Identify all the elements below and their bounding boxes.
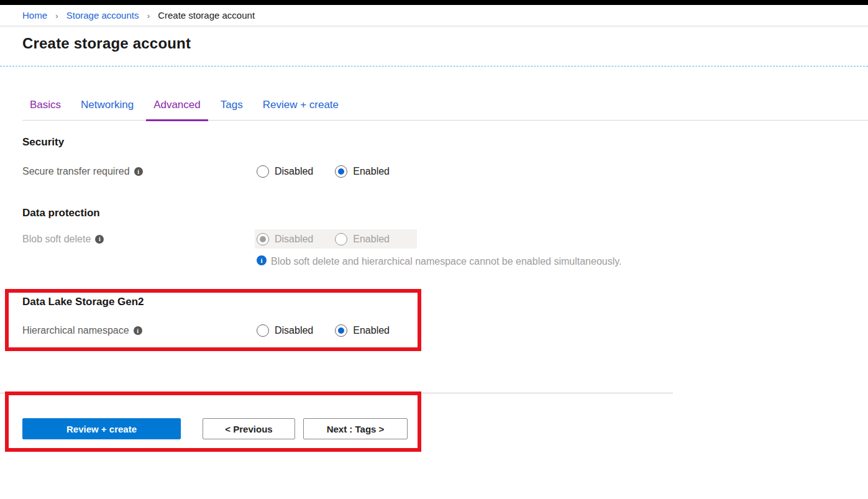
breadcrumb-separator: › [55,11,58,21]
hierarchical-namespace-radio-group: Disabled Enabled [257,321,390,340]
annotation-box-footer-buttons: Review + create < Previous Next : Tags > [5,391,421,452]
radio-circle [257,233,269,245]
field-label-text: Blob soft delete [22,234,91,245]
hierarchical-namespace-radio-disabled[interactable]: Disabled [257,324,313,337]
top-black-bar [0,0,868,5]
radio-circle [335,165,347,178]
hierarchical-namespace-radio-enabled[interactable]: Enabled [335,324,390,337]
footer-buttons: Review + create < Previous Next : Tags > [22,418,418,439]
secure-transfer-required-row: Secure transfer required Disabled Enable… [22,162,868,181]
hierarchical-namespace-row: Hierarchical namespace Disabled Enabled [22,321,418,340]
breadcrumb-link-storage-accounts[interactable]: Storage accounts [66,10,139,21]
secure-transfer-required-label: Secure transfer required [22,166,257,177]
tab-advanced[interactable]: Advanced [146,99,208,121]
radio-circle [335,233,347,245]
next-tags-button[interactable]: Next : Tags > [303,418,408,439]
field-label-text: Hierarchical namespace [22,325,129,336]
radio-label: Disabled [275,166,313,177]
azure-create-storage-account-page: Home › Storage accounts › Create storage… [0,0,868,499]
radio-label: Disabled [275,234,313,245]
blob-soft-delete-radio-enabled: Enabled [335,233,390,245]
secure-transfer-radio-enabled[interactable]: Enabled [335,165,390,178]
radio-circle [257,324,269,337]
blob-soft-delete-row: Blob soft delete Disabled Enabled [22,229,868,249]
data-lake-section-heading: Data Lake Storage Gen2 [22,295,418,309]
annotation-box-data-lake: Data Lake Storage Gen2 Hierarchical name… [5,289,421,351]
page-header: Create storage account [0,26,868,66]
radio-label: Enabled [353,166,390,177]
field-label-text: Secure transfer required [22,166,130,177]
review-create-button[interactable]: Review + create [22,418,181,439]
tab-tags[interactable]: Tags [213,99,250,121]
security-section-heading: Security [22,135,868,149]
info-icon[interactable] [134,167,143,176]
tab-networking[interactable]: Networking [73,99,141,121]
tab-review-create[interactable]: Review + create [255,99,346,121]
blob-soft-delete-radio-disabled: Disabled [257,233,313,245]
tab-basics[interactable]: Basics [22,99,68,121]
breadcrumb: Home › Storage accounts › Create storage… [0,5,868,26]
radio-label: Disabled [275,325,313,336]
info-icon[interactable] [95,235,104,244]
breadcrumb-link-home[interactable]: Home [22,10,47,21]
radio-circle [335,324,347,337]
secure-transfer-radio-group: Disabled Enabled [257,162,390,181]
tab-bar: Basics Networking Advanced Tags Review +… [22,99,868,121]
page-title: Create storage account [22,34,846,53]
info-icon [257,255,267,265]
previous-button[interactable]: < Previous [203,418,295,439]
breadcrumb-separator: › [147,11,150,21]
radio-label: Enabled [353,234,390,245]
hierarchical-namespace-label: Hierarchical namespace [22,325,257,336]
radio-circle [257,165,269,178]
blob-soft-delete-radio-group: Disabled Enabled [255,229,417,249]
radio-label: Enabled [353,325,390,336]
data-protection-section-heading: Data protection [22,206,868,220]
blob-soft-delete-label: Blob soft delete [22,234,257,245]
info-message-text: Blob soft delete and hierarchical namesp… [271,255,622,267]
breadcrumb-current: Create storage account [158,10,255,21]
info-icon[interactable] [134,326,142,335]
blob-soft-delete-info-message: Blob soft delete and hierarchical namesp… [257,255,868,267]
secure-transfer-radio-disabled[interactable]: Disabled [257,165,313,178]
